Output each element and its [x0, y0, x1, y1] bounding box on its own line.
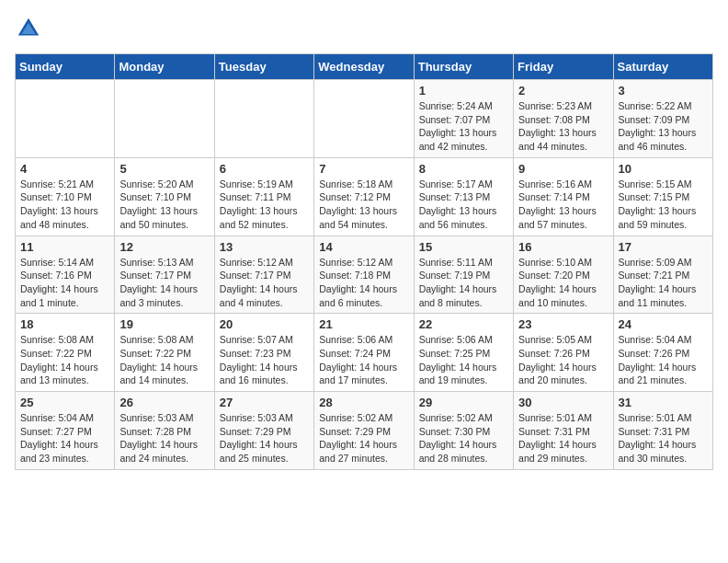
- day-info: Sunrise: 5:02 AM Sunset: 7:30 PM Dayligh…: [419, 411, 508, 465]
- day-info: Sunrise: 5:24 AM Sunset: 7:07 PM Dayligh…: [419, 99, 508, 154]
- day-info: Sunrise: 5:12 AM Sunset: 7:17 PM Dayligh…: [220, 256, 309, 310]
- calendar-cell: [115, 80, 214, 158]
- day-info: Sunrise: 5:12 AM Sunset: 7:18 PM Dayligh…: [319, 256, 408, 310]
- calendar-cell: 22Sunrise: 5:06 AM Sunset: 7:25 PM Dayli…: [414, 314, 513, 392]
- day-info: Sunrise: 5:13 AM Sunset: 7:17 PM Dayligh…: [119, 256, 209, 310]
- calendar-cell: 9Sunrise: 5:16 AM Sunset: 7:14 PM Daylig…: [514, 157, 613, 236]
- calendar-cell: 4Sunrise: 5:21 AM Sunset: 7:10 PM Daylig…: [16, 157, 115, 236]
- day-of-week-header: Sunday: [16, 54, 115, 80]
- calendar-cell: 8Sunrise: 5:17 AM Sunset: 7:13 PM Daylig…: [414, 157, 513, 236]
- calendar-cell: 14Sunrise: 5:12 AM Sunset: 7:18 PM Dayli…: [314, 236, 414, 314]
- day-info: Sunrise: 5:15 AM Sunset: 7:15 PM Dayligh…: [619, 178, 708, 232]
- calendar-week-row: 25Sunrise: 5:04 AM Sunset: 7:27 PM Dayli…: [16, 392, 713, 470]
- day-info: Sunrise: 5:18 AM Sunset: 7:12 PM Dayligh…: [319, 178, 408, 232]
- day-number: 8: [419, 162, 508, 176]
- calendar-cell: 17Sunrise: 5:09 AM Sunset: 7:21 PM Dayli…: [613, 236, 712, 314]
- day-number: 30: [518, 396, 608, 409]
- day-of-week-header: Wednesday: [314, 54, 414, 80]
- calendar-week-row: 1Sunrise: 5:24 AM Sunset: 7:07 PM Daylig…: [16, 80, 713, 158]
- day-info: Sunrise: 5:01 AM Sunset: 7:31 PM Dayligh…: [518, 411, 608, 465]
- calendar-cell: 23Sunrise: 5:05 AM Sunset: 7:26 PM Dayli…: [514, 314, 613, 392]
- day-info: Sunrise: 5:01 AM Sunset: 7:31 PM Dayligh…: [619, 411, 708, 465]
- day-of-week-header: Friday: [514, 54, 613, 80]
- day-of-week-header: Monday: [115, 54, 214, 80]
- calendar-week-row: 11Sunrise: 5:14 AM Sunset: 7:16 PM Dayli…: [16, 236, 713, 314]
- day-of-week-header: Saturday: [613, 54, 712, 80]
- calendar-cell: 13Sunrise: 5:12 AM Sunset: 7:17 PM Dayli…: [214, 236, 313, 314]
- day-info: Sunrise: 5:22 AM Sunset: 7:09 PM Dayligh…: [619, 99, 708, 154]
- day-number: 29: [419, 396, 508, 409]
- day-info: Sunrise: 5:08 AM Sunset: 7:22 PM Dayligh…: [20, 333, 109, 387]
- day-info: Sunrise: 5:23 AM Sunset: 7:08 PM Dayligh…: [518, 99, 608, 154]
- day-info: Sunrise: 5:14 AM Sunset: 7:16 PM Dayligh…: [20, 256, 109, 310]
- calendar-cell: 10Sunrise: 5:15 AM Sunset: 7:15 PM Dayli…: [613, 157, 712, 236]
- day-number: 14: [319, 240, 408, 254]
- day-number: 31: [619, 396, 708, 409]
- day-info: Sunrise: 5:16 AM Sunset: 7:14 PM Dayligh…: [518, 178, 608, 232]
- day-number: 26: [119, 396, 209, 409]
- calendar-cell: 25Sunrise: 5:04 AM Sunset: 7:27 PM Dayli…: [16, 392, 115, 470]
- day-number: 28: [319, 396, 408, 409]
- day-info: Sunrise: 5:08 AM Sunset: 7:22 PM Dayligh…: [119, 333, 209, 387]
- day-number: 1: [419, 84, 508, 98]
- day-info: Sunrise: 5:06 AM Sunset: 7:24 PM Dayligh…: [319, 333, 408, 387]
- calendar-cell: 2Sunrise: 5:23 AM Sunset: 7:08 PM Daylig…: [514, 80, 613, 158]
- day-number: 15: [419, 240, 508, 254]
- day-info: Sunrise: 5:10 AM Sunset: 7:20 PM Dayligh…: [518, 256, 608, 310]
- logo-icon: [15, 15, 42, 42]
- day-info: Sunrise: 5:06 AM Sunset: 7:25 PM Dayligh…: [419, 333, 508, 387]
- day-info: Sunrise: 5:05 AM Sunset: 7:26 PM Dayligh…: [518, 333, 608, 387]
- calendar-cell: 29Sunrise: 5:02 AM Sunset: 7:30 PM Dayli…: [414, 392, 513, 470]
- calendar-week-row: 4Sunrise: 5:21 AM Sunset: 7:10 PM Daylig…: [16, 157, 713, 236]
- day-number: 3: [619, 84, 708, 98]
- calendar-table: SundayMondayTuesdayWednesdayThursdayFrid…: [15, 53, 713, 470]
- calendar-cell: 21Sunrise: 5:06 AM Sunset: 7:24 PM Dayli…: [314, 314, 414, 392]
- day-info: Sunrise: 5:03 AM Sunset: 7:29 PM Dayligh…: [220, 411, 309, 465]
- day-number: 2: [518, 84, 608, 98]
- calendar-cell: 5Sunrise: 5:20 AM Sunset: 7:10 PM Daylig…: [115, 157, 214, 236]
- day-info: Sunrise: 5:19 AM Sunset: 7:11 PM Dayligh…: [220, 178, 309, 232]
- calendar-cell: 16Sunrise: 5:10 AM Sunset: 7:20 PM Dayli…: [514, 236, 613, 314]
- calendar-cell: 24Sunrise: 5:04 AM Sunset: 7:26 PM Dayli…: [613, 314, 712, 392]
- day-number: 24: [619, 317, 708, 331]
- day-info: Sunrise: 5:04 AM Sunset: 7:26 PM Dayligh…: [619, 333, 708, 387]
- logo: [15, 15, 46, 42]
- calendar-cell: 11Sunrise: 5:14 AM Sunset: 7:16 PM Dayli…: [16, 236, 115, 314]
- day-info: Sunrise: 5:11 AM Sunset: 7:19 PM Dayligh…: [419, 256, 508, 310]
- day-number: 13: [220, 240, 309, 254]
- day-number: 23: [518, 317, 608, 331]
- day-info: Sunrise: 5:09 AM Sunset: 7:21 PM Dayligh…: [619, 256, 708, 310]
- day-number: 20: [220, 317, 309, 331]
- calendar-cell: 6Sunrise: 5:19 AM Sunset: 7:11 PM Daylig…: [214, 157, 313, 236]
- day-of-week-header: Tuesday: [214, 54, 313, 80]
- calendar-cell: 28Sunrise: 5:02 AM Sunset: 7:29 PM Dayli…: [314, 392, 414, 470]
- page-header: [15, 15, 713, 42]
- day-number: 25: [20, 396, 109, 409]
- calendar-cell: 18Sunrise: 5:08 AM Sunset: 7:22 PM Dayli…: [16, 314, 115, 392]
- calendar-cell: 30Sunrise: 5:01 AM Sunset: 7:31 PM Dayli…: [514, 392, 613, 470]
- day-number: 19: [119, 317, 209, 331]
- day-info: Sunrise: 5:21 AM Sunset: 7:10 PM Dayligh…: [20, 178, 109, 232]
- calendar-cell: 26Sunrise: 5:03 AM Sunset: 7:28 PM Dayli…: [115, 392, 214, 470]
- day-info: Sunrise: 5:20 AM Sunset: 7:10 PM Dayligh…: [119, 178, 209, 232]
- calendar-cell: 15Sunrise: 5:11 AM Sunset: 7:19 PM Dayli…: [414, 236, 513, 314]
- day-number: 17: [619, 240, 708, 254]
- day-info: Sunrise: 5:07 AM Sunset: 7:23 PM Dayligh…: [220, 333, 309, 387]
- calendar-cell: [16, 80, 115, 158]
- calendar-cell: 12Sunrise: 5:13 AM Sunset: 7:17 PM Dayli…: [115, 236, 214, 314]
- calendar-cell: 7Sunrise: 5:18 AM Sunset: 7:12 PM Daylig…: [314, 157, 414, 236]
- day-number: 11: [20, 240, 109, 254]
- day-number: 9: [518, 162, 608, 176]
- calendar-cell: 19Sunrise: 5:08 AM Sunset: 7:22 PM Dayli…: [115, 314, 214, 392]
- day-number: 5: [119, 162, 209, 176]
- calendar-cell: 27Sunrise: 5:03 AM Sunset: 7:29 PM Dayli…: [214, 392, 313, 470]
- day-of-week-header: Thursday: [414, 54, 513, 80]
- day-number: 10: [619, 162, 708, 176]
- day-number: 27: [220, 396, 309, 409]
- calendar-cell: 31Sunrise: 5:01 AM Sunset: 7:31 PM Dayli…: [613, 392, 712, 470]
- day-number: 7: [319, 162, 408, 176]
- calendar-header-row: SundayMondayTuesdayWednesdayThursdayFrid…: [16, 54, 713, 80]
- calendar-cell: 3Sunrise: 5:22 AM Sunset: 7:09 PM Daylig…: [613, 80, 712, 158]
- day-info: Sunrise: 5:04 AM Sunset: 7:27 PM Dayligh…: [20, 411, 109, 465]
- day-number: 18: [20, 317, 109, 331]
